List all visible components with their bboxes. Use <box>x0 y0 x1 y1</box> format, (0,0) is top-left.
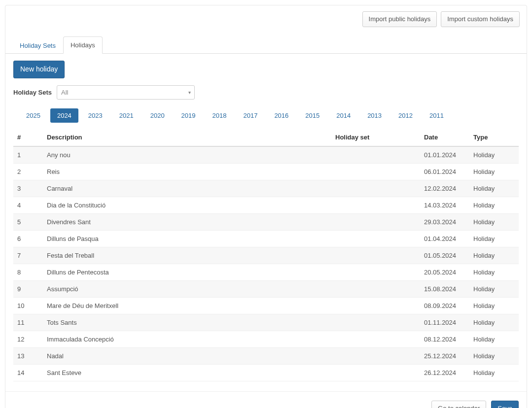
year-tab-2019[interactable]: 2019 <box>175 108 203 123</box>
cell-set <box>331 213 420 230</box>
cell-date: 01.11.2024 <box>420 314 469 331</box>
cell-set <box>331 364 420 381</box>
holidays-panel: Import public holidays Import custom hol… <box>5 5 527 408</box>
cell-n: 11 <box>13 314 43 331</box>
cell-desc: Immaculada Concepció <box>43 331 331 347</box>
cell-set <box>331 280 420 297</box>
cell-n: 4 <box>13 197 43 213</box>
col-date: Date <box>420 129 469 146</box>
cell-type: Holiday <box>469 163 519 180</box>
cell-set <box>331 264 420 280</box>
cell-date: 01.04.2024 <box>420 230 469 247</box>
new-holiday-button[interactable]: New holiday <box>13 61 65 78</box>
year-tab-2025[interactable]: 2025 <box>19 108 47 123</box>
cell-set <box>331 180 420 197</box>
table-row[interactable]: 10Mare de Déu de Meritxell08.09.2024Holi… <box>13 297 519 314</box>
cell-date: 12.02.2024 <box>420 180 469 197</box>
year-tab-2018[interactable]: 2018 <box>206 108 234 123</box>
table-row[interactable]: 6Dilluns de Pasqua01.04.2024Holiday <box>13 230 519 247</box>
main-tabs: Holiday Sets Holidays <box>5 36 527 54</box>
cell-date: 01.01.2024 <box>420 146 469 164</box>
year-tab-2023[interactable]: 2023 <box>81 108 109 123</box>
cell-desc: Tots Sants <box>43 314 331 331</box>
table-row[interactable]: 11Tots Sants01.11.2024Holiday <box>13 314 519 331</box>
tab-holiday-sets[interactable]: Holiday Sets <box>12 37 63 54</box>
cell-type: Holiday <box>469 180 519 197</box>
cell-n: 13 <box>13 347 43 364</box>
filter-label: Holiday Sets <box>13 89 52 96</box>
cell-type: Holiday <box>469 213 519 230</box>
cell-desc: Assumpció <box>43 280 331 297</box>
holiday-sets-select[interactable]: All <box>57 85 195 100</box>
import-public-holidays-button[interactable]: Import public holidays <box>362 11 437 27</box>
year-tab-2015[interactable]: 2015 <box>298 108 326 123</box>
cell-date: 26.12.2024 <box>420 364 469 381</box>
cell-set <box>331 314 420 331</box>
holiday-sets-filter: Holiday Sets All ▾ <box>13 85 519 100</box>
cell-n: 10 <box>13 297 43 314</box>
year-tab-2024[interactable]: 2024 <box>50 108 78 123</box>
cell-date: 25.12.2024 <box>420 347 469 364</box>
cell-desc: Any nou <box>43 146 331 164</box>
cell-desc: Dilluns de Pentecosta <box>43 264 331 280</box>
table-row[interactable]: 12Immaculada Concepció08.12.2024Holiday <box>13 331 519 347</box>
col-type: Type <box>469 129 519 146</box>
cell-type: Holiday <box>469 297 519 314</box>
cell-date: 08.12.2024 <box>420 331 469 347</box>
cell-date: 08.09.2024 <box>420 297 469 314</box>
cell-type: Holiday <box>469 364 519 381</box>
year-tab-2011[interactable]: 2011 <box>423 108 451 123</box>
cell-type: Holiday <box>469 230 519 247</box>
cell-date: 29.03.2024 <box>420 213 469 230</box>
cell-desc: Mare de Déu de Meritxell <box>43 297 331 314</box>
year-tab-2020[interactable]: 2020 <box>143 108 172 123</box>
cell-n: 8 <box>13 264 43 280</box>
cell-date: 06.01.2024 <box>420 163 469 180</box>
table-row[interactable]: 7Festa del Treball01.05.2024Holiday <box>13 247 519 264</box>
table-row[interactable]: 5Divendres Sant29.03.2024Holiday <box>13 213 519 230</box>
cell-set <box>331 230 420 247</box>
tab-holidays[interactable]: Holidays <box>63 36 103 54</box>
cell-desc: Dia de la Constitució <box>43 197 331 213</box>
table-row[interactable]: 2Reis06.01.2024Holiday <box>13 163 519 180</box>
cell-date: 15.08.2024 <box>420 280 469 297</box>
table-row[interactable]: 3Carnaval12.02.2024Holiday <box>13 180 519 197</box>
cell-type: Holiday <box>469 331 519 347</box>
go-to-calendar-button[interactable]: Go to calendar <box>431 401 486 408</box>
year-tab-2016[interactable]: 2016 <box>267 108 295 123</box>
holidays-table: # Description Holiday set Date Type 1Any… <box>13 129 519 381</box>
cell-n: 6 <box>13 230 43 247</box>
cell-n: 12 <box>13 331 43 347</box>
import-custom-holidays-button[interactable]: Import custom holidays <box>441 11 520 27</box>
cell-set <box>331 347 420 364</box>
cell-set <box>331 331 420 347</box>
cell-n: 1 <box>13 146 43 164</box>
table-row[interactable]: 14Sant Esteve26.12.2024Holiday <box>13 364 519 381</box>
year-tab-2013[interactable]: 2013 <box>360 108 389 123</box>
cell-n: 2 <box>13 163 43 180</box>
year-tab-2014[interactable]: 2014 <box>329 108 357 123</box>
cell-set <box>331 197 420 213</box>
cell-type: Holiday <box>469 280 519 297</box>
cell-n: 7 <box>13 247 43 264</box>
cell-date: 14.03.2024 <box>420 197 469 213</box>
top-actions: Import public holidays Import custom hol… <box>5 5 527 27</box>
cell-desc: Dilluns de Pasqua <box>43 230 331 247</box>
cell-type: Holiday <box>469 347 519 364</box>
year-tab-2012[interactable]: 2012 <box>391 108 420 123</box>
cell-n: 3 <box>13 180 43 197</box>
year-tab-2021[interactable]: 2021 <box>112 108 141 123</box>
table-row[interactable]: 9Assumpció15.08.2024Holiday <box>13 280 519 297</box>
table-row[interactable]: 4Dia de la Constitució14.03.2024Holiday <box>13 197 519 213</box>
cell-set <box>331 163 420 180</box>
cell-desc: Carnaval <box>43 180 331 197</box>
save-button[interactable]: Save <box>491 401 519 408</box>
col-description: Description <box>43 129 331 146</box>
cell-date: 20.05.2024 <box>420 264 469 280</box>
table-row[interactable]: 13Nadal25.12.2024Holiday <box>13 347 519 364</box>
table-row[interactable]: 8Dilluns de Pentecosta20.05.2024Holiday <box>13 264 519 280</box>
year-tab-2017[interactable]: 2017 <box>236 108 264 123</box>
cell-date: 01.05.2024 <box>420 247 469 264</box>
cell-n: 9 <box>13 280 43 297</box>
table-row[interactable]: 1Any nou01.01.2024Holiday <box>13 146 519 164</box>
